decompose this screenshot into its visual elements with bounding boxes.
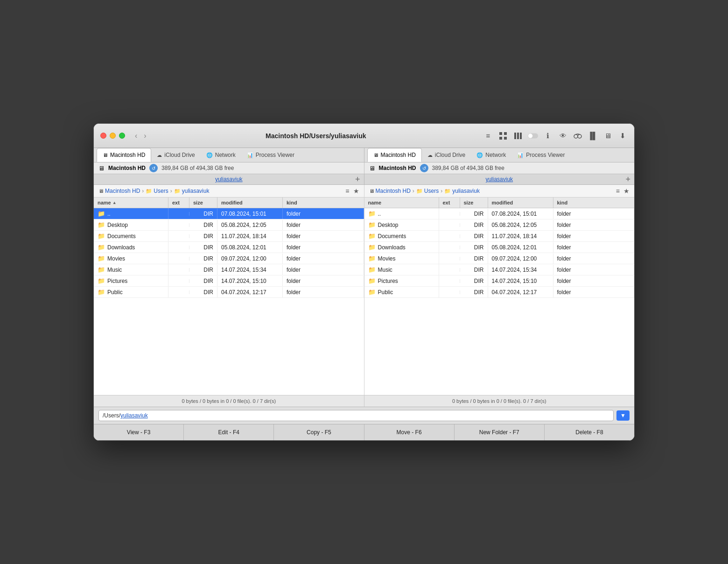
file-row[interactable]: 📁..DIR07.08.2024, 15:01folder	[94, 208, 364, 219]
right-bc-macintosh[interactable]: 🖥 Macintosh HD	[369, 188, 411, 194]
file-modified: 05.08.2024, 12:05	[488, 220, 553, 230]
forward-button[interactable]: ›	[141, 131, 148, 141]
right-tab-process[interactable]: 📊 Process Viewer	[511, 148, 570, 162]
right-bc-current[interactable]: 📁 yuliasaviuk	[444, 188, 480, 194]
fn-button-7[interactable]: New Folder - F7	[455, 424, 545, 440]
right-tab-icloud[interactable]: ☁ iCloud Drive	[422, 148, 471, 162]
path-prefix: /Users/	[103, 412, 120, 419]
folder-icon: 📁	[368, 210, 376, 217]
left-tab-network[interactable]: 🌐 Network	[201, 148, 241, 162]
download-icon[interactable]: ⬇	[617, 131, 628, 141]
file-ext	[439, 290, 460, 294]
process-icon-r: 📊	[517, 152, 524, 158]
right-col-kind[interactable]: kind	[553, 197, 635, 208]
columns-icon[interactable]	[513, 131, 523, 141]
right-disk-hd-icon: 🖥	[369, 165, 375, 172]
file-ext	[168, 212, 189, 216]
right-col-ext[interactable]: ext	[439, 197, 460, 208]
right-tab-network[interactable]: 🌐 Network	[471, 148, 511, 162]
fn-button-3[interactable]: View - F3	[94, 424, 184, 440]
right-path-panel: yuliasaviuk +	[364, 174, 635, 184]
right-col-size[interactable]: size	[460, 197, 488, 208]
cmd-dropdown-button[interactable]: ▼	[616, 410, 630, 421]
file-ext	[439, 257, 460, 261]
file-row[interactable]: 📁DownloadsDIR05.08.2024, 12:01folder	[94, 242, 364, 253]
hd-icon: 🖥	[103, 152, 108, 158]
split-icon[interactable]: ▐▌	[588, 131, 598, 141]
file-row[interactable]: 📁PublicDIR04.07.2024, 12:17folder	[364, 287, 635, 298]
eye-icon[interactable]: 👁	[558, 131, 568, 141]
file-row[interactable]: 📁PicturesDIR14.07.2024, 15:10folder	[94, 275, 364, 287]
left-list-view-icon[interactable]: ≡	[345, 187, 349, 195]
left-tab-label: yuliasaviuk	[98, 176, 359, 183]
bc-macintosh[interactable]: 🖥 Macintosh HD	[98, 188, 140, 194]
file-row[interactable]: 📁MoviesDIR09.07.2024, 12:00folder	[364, 253, 635, 264]
file-size: DIR	[460, 220, 488, 230]
right-add-tab-button[interactable]: +	[625, 175, 630, 183]
right-tab-macintosh[interactable]: 🖥 Macintosh HD	[367, 148, 422, 162]
file-row[interactable]: 📁PicturesDIR14.07.2024, 15:10folder	[364, 275, 635, 287]
bc-sep1: ›	[142, 188, 144, 194]
left-col-kind[interactable]: kind	[283, 197, 364, 208]
file-row[interactable]: 📁MoviesDIR09.07.2024, 12:00folder	[94, 253, 364, 264]
left-col-size[interactable]: size	[189, 197, 217, 208]
left-path-panel: yuliasaviuk +	[94, 174, 364, 184]
right-disk-arrow[interactable]: ↺	[420, 164, 428, 172]
left-tab-process[interactable]: 📊 Process Viewer	[241, 148, 300, 162]
file-name: Desktop	[107, 222, 128, 228]
minimize-button[interactable]	[110, 133, 116, 139]
right-col-modified[interactable]: modified	[488, 197, 553, 208]
grid-icon[interactable]	[498, 131, 508, 141]
right-bc-users[interactable]: 📁 Users	[416, 188, 439, 194]
file-row[interactable]: 📁PublicDIR04.07.2024, 12:17folder	[94, 287, 364, 298]
fn-button-4[interactable]: Edit - F4	[184, 424, 274, 440]
file-row[interactable]: 📁..DIR07.08.2024, 15:01folder	[364, 208, 635, 219]
bc-users[interactable]: 📁 Users	[146, 188, 168, 194]
file-row[interactable]: 📁DocumentsDIR11.07.2024, 18:14folder	[94, 231, 364, 242]
right-star-icon[interactable]: ★	[623, 187, 630, 195]
file-modified: 05.08.2024, 12:01	[488, 242, 553, 253]
folder-icon: 📁	[98, 221, 105, 228]
right-list-view-icon[interactable]: ≡	[616, 187, 620, 195]
monitor-icon[interactable]: 🖥	[602, 131, 613, 141]
close-button[interactable]	[100, 133, 106, 139]
right-bc-sep1: ›	[413, 188, 414, 194]
file-kind: folder	[553, 276, 635, 286]
left-tab-icloud[interactable]: ☁ iCloud Drive	[151, 148, 200, 162]
right-bc-folder2-icon: 📁	[444, 188, 451, 194]
file-modified: 04.07.2024, 12:17	[217, 287, 283, 297]
left-col-ext[interactable]: ext	[168, 197, 189, 208]
fn-button-8[interactable]: Delete - F8	[545, 424, 634, 440]
bc-current-folder[interactable]: 📁 yuliasaviuk	[174, 188, 210, 194]
info-icon[interactable]: ℹ	[543, 131, 553, 141]
binoculars-icon[interactable]	[573, 131, 583, 141]
left-disk-arrow[interactable]: ↺	[149, 164, 158, 172]
svg-rect-3	[504, 137, 507, 140]
file-ext	[168, 223, 189, 227]
toggle-icon[interactable]	[528, 131, 538, 141]
file-row[interactable]: 📁DesktopDIR05.08.2024, 12:05folder	[364, 219, 635, 231]
file-row[interactable]: 📁DesktopDIR05.08.2024, 12:05folder	[94, 219, 364, 231]
svg-rect-4	[514, 133, 516, 139]
maximize-button[interactable]	[119, 133, 125, 139]
file-row[interactable]: 📁MusicDIR14.07.2024, 15:34folder	[364, 264, 635, 275]
cloud-icon-r: ☁	[427, 152, 433, 158]
file-row[interactable]: 📁DocumentsDIR11.07.2024, 18:14folder	[364, 231, 635, 242]
left-col-name[interactable]: name ▲	[94, 197, 168, 208]
fn-button-6[interactable]: Move - F6	[364, 424, 455, 440]
file-modified: 11.07.2024, 18:14	[488, 231, 553, 241]
fn-button-5[interactable]: Copy - F5	[274, 424, 364, 440]
file-row[interactable]: 📁MusicDIR14.07.2024, 15:34folder	[94, 264, 364, 275]
left-col-modified[interactable]: modified	[217, 197, 283, 208]
left-star-icon[interactable]: ★	[353, 187, 359, 195]
list-icon[interactable]: ≡	[483, 131, 493, 141]
left-tab-macintosh[interactable]: 🖥 Macintosh HD	[97, 148, 151, 162]
right-col-name[interactable]: name	[364, 197, 439, 208]
left-add-tab-button[interactable]: +	[355, 175, 360, 183]
file-row[interactable]: 📁DownloadsDIR05.08.2024, 12:01folder	[364, 242, 635, 253]
file-name: Pictures	[107, 278, 127, 284]
network-icon: 🌐	[206, 152, 213, 158]
file-size: DIR	[189, 265, 217, 275]
folder-icon: 📁	[98, 266, 105, 273]
back-button[interactable]: ‹	[133, 131, 140, 141]
